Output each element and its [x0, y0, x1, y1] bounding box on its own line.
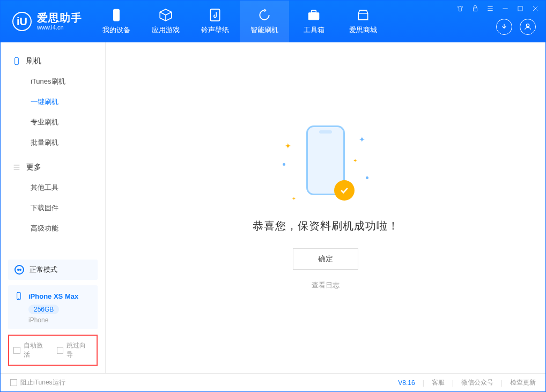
device-status[interactable]: 正常模式 — [8, 260, 98, 280]
nav-label: 应用游戏 — [152, 25, 180, 35]
sidebar-item-oneclick-flash[interactable]: 一键刷机 — [1, 92, 105, 112]
status-icon — [14, 265, 24, 275]
options-highlight-box: 自动激活 跳过向导 — [8, 335, 98, 366]
body: 刷机 iTunes刷机 一键刷机 专业刷机 批量刷机 更多 其他工具 下载固件 … — [1, 42, 545, 373]
nav-store[interactable]: 爱思商城 — [338, 1, 388, 42]
sidebar-section-flash: 刷机 iTunes刷机 一键刷机 专业刷机 批量刷机 — [1, 51, 105, 153]
nav-tabs: 我的设备 应用游戏 铃声壁纸 智能刷机 工具箱 爱思商城 — [92, 1, 388, 42]
dot-icon — [366, 176, 368, 179]
app-url: www.i4.cn — [37, 24, 82, 31]
checkbox-box — [13, 347, 20, 354]
ok-button[interactable]: 确定 — [293, 248, 358, 270]
svg-rect-2 — [308, 13, 319, 20]
device-icon — [109, 8, 123, 22]
status-text: 正常模式 — [29, 265, 57, 275]
nav-label: 爱思商城 — [349, 25, 377, 35]
footer: 阻止iTunes运行 V8.16 | 客服 | 微信公众号 | 检查更新 — [1, 373, 545, 391]
logo-icon: iU — [12, 12, 32, 31]
svg-rect-0 — [114, 9, 120, 21]
svg-point-9 — [18, 298, 19, 299]
nav-my-device[interactable]: 我的设备 — [92, 1, 141, 42]
user-button[interactable] — [520, 19, 536, 35]
header-actions — [496, 19, 536, 35]
phone-icon — [12, 57, 21, 65]
svg-rect-4 — [474, 8, 477, 11]
download-button[interactable] — [496, 19, 512, 35]
device-type: iPhone — [28, 316, 91, 324]
view-log-link[interactable]: 查看日志 — [312, 280, 340, 290]
sparkle-icon: + — [353, 158, 357, 164]
sidebar-item-pro-flash[interactable]: 专业刷机 — [1, 112, 105, 132]
dot-icon — [283, 163, 285, 166]
nav-apps-games[interactable]: 应用游戏 — [141, 1, 190, 42]
music-icon — [208, 8, 222, 22]
checkbox-box — [57, 347, 64, 354]
checkbox-label: 阻止iTunes运行 — [20, 378, 65, 387]
close-button[interactable] — [530, 4, 540, 13]
tshirt-icon[interactable] — [455, 4, 465, 13]
svg-rect-7 — [15, 57, 19, 64]
version-text: V8.16 — [398, 379, 415, 387]
sparkle-icon: ✦ — [285, 142, 291, 150]
maximize-button[interactable] — [515, 4, 525, 13]
sidebar-section-title: 更多 — [26, 162, 41, 172]
device-capacity: 256GB — [28, 305, 59, 314]
success-illustration: ✦ ✦ + + — [283, 125, 368, 206]
app-logo: iU 爱思助手 www.i4.cn — [1, 1, 92, 42]
svg-rect-5 — [518, 6, 522, 11]
device-name: iPhone XS Max — [28, 292, 78, 300]
checkbox-auto-activate[interactable]: 自动激活 — [13, 341, 49, 359]
menu-lines-icon — [12, 163, 21, 172]
sidebar-header-flash: 刷机 — [1, 51, 105, 71]
device-info[interactable]: iPhone XS Max 256GB iPhone — [8, 285, 98, 329]
nav-label: 我的设备 — [102, 25, 130, 35]
checkbox-label: 自动激活 — [24, 341, 49, 359]
sidebar: 刷机 iTunes刷机 一键刷机 专业刷机 批量刷机 更多 其他工具 下载固件 … — [1, 42, 106, 373]
main-content: ✦ ✦ + + 恭喜您，保资料刷机成功啦！ 确定 查看日志 — [106, 42, 545, 373]
menu-icon[interactable] — [485, 4, 495, 13]
sidebar-item-other-tools[interactable]: 其他工具 — [1, 177, 105, 198]
app-window: iU 爱思助手 www.i4.cn 我的设备 应用游戏 铃声壁纸 智能刷机 — [0, 0, 546, 392]
sidebar-item-advanced[interactable]: 高级功能 — [1, 218, 105, 239]
footer-right: V8.16 | 客服 | 微信公众号 | 检查更新 — [398, 378, 536, 387]
header: iU 爱思助手 www.i4.cn 我的设备 应用游戏 铃声壁纸 智能刷机 — [1, 1, 545, 42]
lock-icon[interactable] — [470, 4, 480, 13]
nav-ringtone-wallpaper[interactable]: 铃声壁纸 — [190, 1, 240, 42]
toolbox-icon — [307, 8, 321, 22]
footer-link-update[interactable]: 检查更新 — [510, 378, 536, 387]
sidebar-item-download-firmware[interactable]: 下载固件 — [1, 198, 105, 218]
refresh-icon — [257, 8, 271, 22]
svg-rect-3 — [312, 10, 316, 12]
checkbox-label: 跳过向导 — [67, 341, 92, 359]
check-badge-icon — [334, 180, 355, 201]
sidebar-section-title: 刷机 — [26, 56, 41, 66]
phone-small-icon — [14, 291, 23, 301]
logo-text: 爱思助手 www.i4.cn — [37, 11, 82, 31]
sidebar-item-itunes-flash[interactable]: iTunes刷机 — [1, 71, 105, 92]
svg-point-6 — [526, 24, 529, 27]
checkbox-block-itunes[interactable]: 阻止iTunes运行 — [10, 378, 65, 387]
sidebar-header-more: 更多 — [1, 157, 105, 177]
nav-label: 铃声壁纸 — [201, 25, 229, 35]
footer-link-wechat[interactable]: 微信公众号 — [461, 378, 493, 387]
sidebar-section-more: 更多 其他工具 下载固件 高级功能 — [1, 157, 105, 239]
sparkle-icon: + — [292, 196, 296, 202]
device-panel: 正常模式 iPhone XS Max 256GB iPhone 自动激活 — [1, 260, 105, 373]
minimize-button[interactable] — [500, 4, 510, 13]
checkbox-skip-guide[interactable]: 跳过向导 — [57, 341, 93, 359]
sidebar-item-batch-flash[interactable]: 批量刷机 — [1, 132, 105, 153]
nav-label: 智能刷机 — [250, 25, 278, 35]
nav-toolbox[interactable]: 工具箱 — [289, 1, 338, 42]
nav-smart-flash[interactable]: 智能刷机 — [240, 1, 289, 42]
store-icon — [356, 8, 370, 22]
success-message: 恭喜您，保资料刷机成功啦！ — [253, 219, 399, 233]
checkbox-box — [10, 379, 17, 386]
footer-link-support[interactable]: 客服 — [432, 378, 445, 387]
cube-icon — [159, 8, 173, 22]
app-name: 爱思助手 — [37, 11, 82, 24]
nav-label: 工具箱 — [304, 25, 324, 35]
sparkle-icon: ✦ — [359, 135, 365, 144]
window-controls — [455, 4, 540, 13]
